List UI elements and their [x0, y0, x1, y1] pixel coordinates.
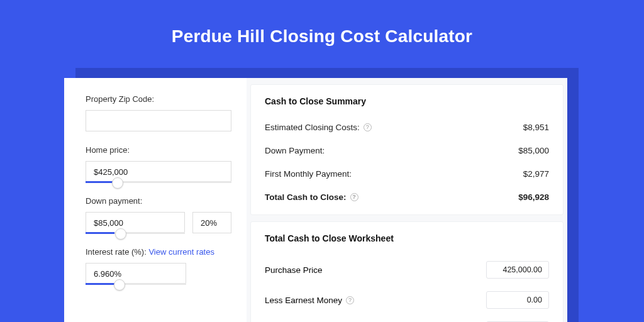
summary-row: First Monthly Payment: $2,977: [265, 164, 549, 187]
interest-rate-label: Interest rate (%):: [86, 247, 148, 257]
summary-row-label: Estimated Closing Costs:: [265, 123, 360, 132]
help-icon[interactable]: ?: [346, 296, 354, 304]
worksheet-row-value[interactable]: 0.00: [486, 291, 549, 309]
calculator-card: Property Zip Code: Home price: Down paym…: [64, 78, 567, 322]
interest-rate-field: Interest rate (%): View current rates: [86, 247, 231, 284]
worksheet-row: Purchase Price 425,000.00: [265, 255, 549, 285]
summary-total-label: Total Cash to Close:: [265, 192, 347, 202]
home-price-slider[interactable]: [86, 161, 231, 182]
summary-row-label: Down Payment:: [265, 146, 325, 155]
worksheet-row-value[interactable]: 425,000.00: [486, 261, 549, 279]
home-price-field: Home price:: [86, 145, 231, 182]
down-payment-label: Down payment:: [86, 196, 231, 206]
page-title: Perdue Hill Closing Cost Calculator: [0, 0, 644, 64]
summary-row: Down Payment: $85,000: [265, 141, 549, 164]
down-payment-input[interactable]: [86, 212, 185, 233]
zip-label: Property Zip Code:: [86, 94, 231, 104]
summary-row: Estimated Closing Costs: ? $8,951: [265, 118, 549, 141]
down-payment-slider[interactable]: [86, 212, 231, 233]
summary-panel: Cash to Close Summary Estimated Closing …: [250, 84, 564, 215]
down-payment-pct-input[interactable]: [192, 212, 231, 233]
summary-row-label: First Monthly Payment:: [265, 169, 352, 179]
summary-row-value: $8,951: [523, 123, 549, 132]
worksheet-row-label: Purchase Price: [265, 265, 323, 275]
zip-input[interactable]: [86, 110, 231, 131]
slider-thumb[interactable]: [114, 279, 125, 291]
worksheet-row: Total Mortgage Loan Amount 340,000.00: [265, 315, 549, 322]
slider-thumb[interactable]: [115, 228, 126, 240]
interest-rate-input[interactable]: [86, 263, 186, 284]
home-price-label: Home price:: [86, 145, 231, 155]
summary-heading: Cash to Close Summary: [265, 96, 549, 106]
summary-row-value: $85,000: [518, 146, 549, 155]
down-payment-field: Down payment:: [86, 196, 231, 233]
slider-thumb[interactable]: [112, 177, 123, 189]
help-icon[interactable]: ?: [350, 193, 358, 201]
worksheet-panel: Total Cash to Close Worksheet Purchase P…: [250, 221, 564, 322]
summary-row-value: $2,977: [523, 169, 549, 179]
slider-fill: [86, 232, 114, 234]
worksheet-row-label: Less Earnest Money: [265, 296, 342, 305]
worksheet-row: Less Earnest Money ? 0.00: [265, 285, 549, 315]
summary-total-row: Total Cash to Close: ? $96,928: [265, 187, 549, 211]
view-rates-link[interactable]: View current rates: [148, 247, 214, 257]
worksheet-heading: Total Cash to Close Worksheet: [265, 233, 549, 243]
interest-rate-slider[interactable]: [86, 263, 186, 284]
help-icon[interactable]: ?: [364, 123, 372, 131]
results-column: Cash to Close Summary Estimated Closing …: [247, 78, 567, 322]
summary-total-value: $96,928: [518, 192, 549, 202]
form-column: Property Zip Code: Home price: Down paym…: [64, 78, 247, 322]
zip-field: Property Zip Code:: [86, 94, 231, 131]
home-price-input[interactable]: [86, 161, 231, 182]
